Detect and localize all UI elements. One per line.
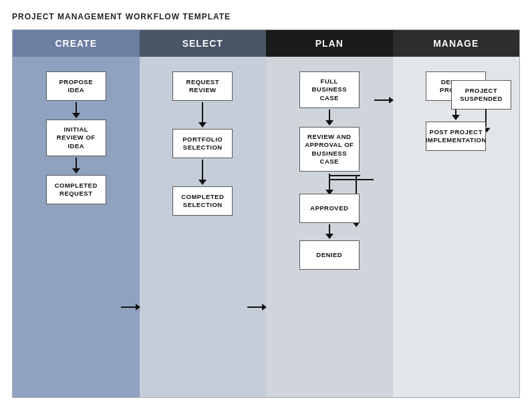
node-denied: DENIED [299,240,360,270]
workflow-container: CREATE SELECT PLAN MANAGE PROPOSE IDEA I… [12,29,520,398]
body-row: PROPOSE IDEA INITIAL REVIEW OF IDEA COMP… [13,57,519,397]
node-review-approval: REVIEW AND APPROVAL OF BUSINESS CASE [299,127,360,172]
node-full-business-case: FULL BUSINESS CASE [299,71,360,108]
arrow-approved-denied [325,224,334,239]
node-propose-idea: PROPOSE IDEA [46,71,106,101]
arrow-review-completed [72,158,80,174]
col-header-select: SELECT [140,30,267,57]
col-body-select: REQUEST REVIEW PORTFOLIO SELECTION COMPL… [140,57,267,397]
col-header-create: CREATE [13,30,140,57]
node-post-project-impl: POST PROJECT IMPLEMENTATION [426,122,486,151]
cross-arrow-plan-manage [374,97,394,103]
node-initial-review: INITIAL REVIEW OF IDEA [46,120,106,156]
cross-arrow-create-select [121,304,140,310]
cross-arrow-select-plan [247,304,267,310]
col-body-manage: DELIVER PROJECT POST PROJECT IMPLEMENTAT… [393,57,520,397]
col-body-create: PROPOSE IDEA INITIAL REVIEW OF IDEA COMP… [13,57,140,397]
col-body-plan: FULL BUSINESS CASE REVIEW AND APPROVAL O… [266,57,393,397]
ra-split-down: APPROVED DENIED [273,172,386,270]
page-title: PROJECT MANAGEMENT WORKFLOW TEMPLATE [12,12,520,21]
arrow-propose-review [72,102,80,118]
node-project-suspended: PROJECT SUSPENDED [451,80,511,110]
node-approved: APPROVED [299,194,360,223]
node-request-review: REQUEST REVIEW [172,71,233,101]
arrow-ps-cs [198,160,207,185]
arrow-rr-ps [198,102,207,128]
col-header-plan: PLAN [266,30,393,57]
node-completed-request: COMPLETED REQUEST [46,175,106,204]
arrow-fbc-ra [325,110,334,126]
node-completed-selection: COMPLETED SELECTION [172,186,233,216]
node-portfolio-selection: PORTFOLIO SELECTION [172,129,233,158]
header-row: CREATE SELECT PLAN MANAGE [13,30,519,57]
col-header-manage: MANAGE [393,30,520,57]
